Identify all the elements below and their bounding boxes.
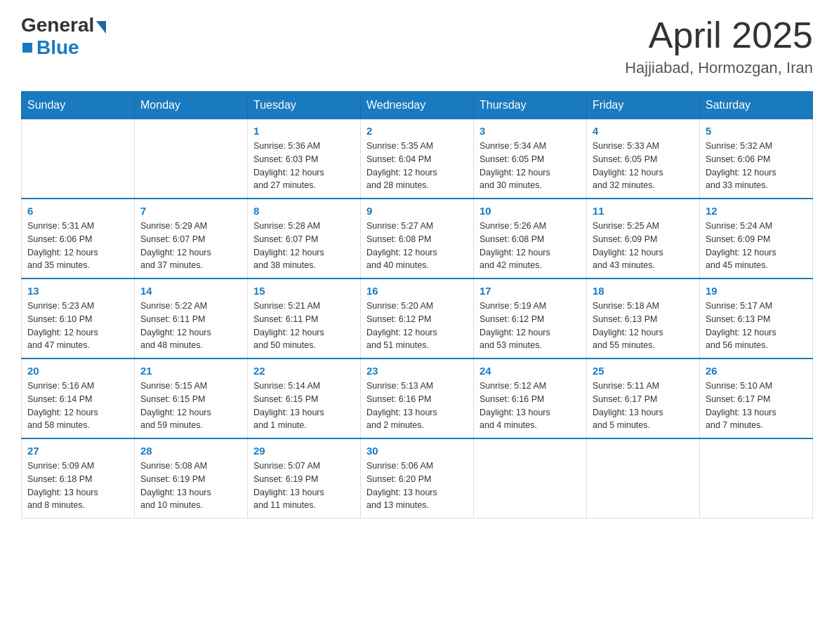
- day-number: 27: [27, 445, 128, 457]
- day-number: 4: [593, 125, 694, 137]
- day-number: 13: [27, 285, 128, 297]
- day-number: 16: [366, 285, 468, 297]
- logo: General Blue: [21, 14, 106, 59]
- day-header-tuesday: Tuesday: [248, 92, 361, 119]
- calendar-cell: 29Sunrise: 5:07 AMSunset: 6:19 PMDayligh…: [248, 438, 361, 518]
- day-info: Sunrise: 5:15 AMSunset: 6:15 PMDaylight:…: [140, 380, 241, 432]
- day-info: Sunrise: 5:27 AMSunset: 6:08 PMDaylight:…: [366, 220, 468, 272]
- day-info: Sunrise: 5:31 AMSunset: 6:06 PMDaylight:…: [27, 220, 128, 272]
- calendar-cell: 26Sunrise: 5:10 AMSunset: 6:17 PMDayligh…: [700, 358, 813, 438]
- day-info: Sunrise: 5:12 AMSunset: 6:16 PMDaylight:…: [479, 380, 581, 432]
- day-number: 19: [706, 285, 807, 297]
- calendar-cell: 11Sunrise: 5:25 AMSunset: 6:09 PMDayligh…: [587, 199, 700, 279]
- day-number: 28: [140, 445, 241, 457]
- location-subtitle: Hajjiabad, Hormozgan, Iran: [625, 59, 813, 77]
- day-info: Sunrise: 5:23 AMSunset: 6:10 PMDaylight:…: [27, 300, 128, 352]
- day-number: 3: [479, 125, 581, 137]
- calendar-cell: 15Sunrise: 5:21 AMSunset: 6:11 PMDayligh…: [248, 279, 361, 358]
- day-number: 6: [27, 205, 128, 217]
- calendar-cell: 6Sunrise: 5:31 AMSunset: 6:06 PMDaylight…: [22, 199, 135, 279]
- calendar-week-row: 6Sunrise: 5:31 AMSunset: 6:06 PMDaylight…: [22, 199, 813, 279]
- calendar-cell: 21Sunrise: 5:15 AMSunset: 6:15 PMDayligh…: [135, 358, 248, 438]
- calendar-week-row: 1Sunrise: 5:36 AMSunset: 6:03 PMDaylight…: [22, 119, 813, 199]
- day-number: 10: [479, 205, 581, 217]
- day-number: 15: [253, 285, 355, 297]
- calendar-cell: [22, 119, 135, 199]
- day-info: Sunrise: 5:20 AMSunset: 6:12 PMDaylight:…: [366, 300, 468, 352]
- calendar-cell: [474, 438, 587, 518]
- day-info: Sunrise: 5:18 AMSunset: 6:13 PMDaylight:…: [593, 300, 694, 352]
- calendar-cell: 20Sunrise: 5:16 AMSunset: 6:14 PMDayligh…: [22, 358, 135, 438]
- day-number: 11: [593, 205, 694, 217]
- calendar-cell: 2Sunrise: 5:35 AMSunset: 6:04 PMDaylight…: [361, 119, 474, 199]
- day-header-thursday: Thursday: [474, 92, 587, 119]
- day-info: Sunrise: 5:13 AMSunset: 6:16 PMDaylight:…: [366, 380, 468, 432]
- day-info: Sunrise: 5:26 AMSunset: 6:08 PMDaylight:…: [479, 220, 581, 272]
- day-number: 23: [366, 365, 468, 377]
- calendar-cell: 28Sunrise: 5:08 AMSunset: 6:19 PMDayligh…: [135, 438, 248, 518]
- calendar-cell: 30Sunrise: 5:06 AMSunset: 6:20 PMDayligh…: [361, 438, 474, 518]
- calendar-cell: [700, 438, 813, 518]
- day-info: Sunrise: 5:25 AMSunset: 6:09 PMDaylight:…: [593, 220, 694, 272]
- calendar-week-row: 13Sunrise: 5:23 AMSunset: 6:10 PMDayligh…: [22, 279, 813, 358]
- day-number: 14: [140, 285, 241, 297]
- day-header-wednesday: Wednesday: [361, 92, 474, 119]
- month-title: April 2025: [625, 14, 813, 56]
- day-info: Sunrise: 5:08 AMSunset: 6:19 PMDaylight:…: [140, 459, 241, 512]
- calendar-cell: 10Sunrise: 5:26 AMSunset: 6:08 PMDayligh…: [474, 199, 587, 279]
- day-number: 5: [706, 125, 807, 137]
- day-info: Sunrise: 5:28 AMSunset: 6:07 PMDaylight:…: [253, 220, 355, 272]
- day-info: Sunrise: 5:09 AMSunset: 6:18 PMDaylight:…: [27, 459, 128, 512]
- day-info: Sunrise: 5:07 AMSunset: 6:19 PMDaylight:…: [253, 459, 355, 512]
- day-number: 21: [140, 365, 241, 377]
- day-number: 26: [706, 365, 807, 377]
- calendar-table: SundayMondayTuesdayWednesdayThursdayFrid…: [21, 91, 813, 518]
- calendar-cell: 23Sunrise: 5:13 AMSunset: 6:16 PMDayligh…: [361, 358, 474, 438]
- day-number: 25: [593, 365, 694, 377]
- calendar-cell: 3Sunrise: 5:34 AMSunset: 6:05 PMDaylight…: [474, 119, 587, 199]
- day-info: Sunrise: 5:11 AMSunset: 6:17 PMDaylight:…: [593, 380, 694, 432]
- day-info: Sunrise: 5:14 AMSunset: 6:15 PMDaylight:…: [253, 380, 355, 432]
- day-info: Sunrise: 5:34 AMSunset: 6:05 PMDaylight:…: [479, 140, 581, 192]
- day-number: 12: [706, 205, 807, 217]
- calendar-week-row: 20Sunrise: 5:16 AMSunset: 6:14 PMDayligh…: [22, 358, 813, 438]
- calendar-cell: 14Sunrise: 5:22 AMSunset: 6:11 PMDayligh…: [135, 279, 248, 358]
- day-header-friday: Friday: [587, 92, 700, 119]
- day-number: 29: [253, 445, 355, 457]
- day-header-saturday: Saturday: [700, 92, 813, 119]
- logo-general-text: General: [21, 14, 94, 36]
- calendar-cell: 25Sunrise: 5:11 AMSunset: 6:17 PMDayligh…: [587, 358, 700, 438]
- day-info: Sunrise: 5:35 AMSunset: 6:04 PMDaylight:…: [366, 140, 468, 192]
- day-info: Sunrise: 5:36 AMSunset: 6:03 PMDaylight:…: [253, 140, 355, 192]
- calendar-cell: 7Sunrise: 5:29 AMSunset: 6:07 PMDaylight…: [135, 199, 248, 279]
- calendar-cell: 9Sunrise: 5:27 AMSunset: 6:08 PMDaylight…: [361, 199, 474, 279]
- day-header-monday: Monday: [135, 92, 248, 119]
- calendar-cell: 8Sunrise: 5:28 AMSunset: 6:07 PMDaylight…: [248, 199, 361, 279]
- calendar-cell: 1Sunrise: 5:36 AMSunset: 6:03 PMDaylight…: [248, 119, 361, 199]
- day-info: Sunrise: 5:16 AMSunset: 6:14 PMDaylight:…: [27, 380, 128, 432]
- title-section: April 2025 Hajjiabad, Hormozgan, Iran: [625, 14, 813, 77]
- calendar-cell: 19Sunrise: 5:17 AMSunset: 6:13 PMDayligh…: [700, 279, 813, 358]
- day-info: Sunrise: 5:06 AMSunset: 6:20 PMDaylight:…: [366, 459, 468, 512]
- day-info: Sunrise: 5:22 AMSunset: 6:11 PMDaylight:…: [140, 300, 241, 352]
- calendar-cell: 22Sunrise: 5:14 AMSunset: 6:15 PMDayligh…: [248, 358, 361, 438]
- day-info: Sunrise: 5:19 AMSunset: 6:12 PMDaylight:…: [479, 300, 581, 352]
- logo-blue-text: Blue: [37, 36, 79, 59]
- day-number: 20: [27, 365, 128, 377]
- calendar-cell: 16Sunrise: 5:20 AMSunset: 6:12 PMDayligh…: [361, 279, 474, 358]
- day-number: 1: [253, 125, 355, 137]
- day-number: 8: [253, 205, 355, 217]
- calendar-cell: 4Sunrise: 5:33 AMSunset: 6:05 PMDaylight…: [587, 119, 700, 199]
- calendar-cell: 27Sunrise: 5:09 AMSunset: 6:18 PMDayligh…: [22, 438, 135, 518]
- day-header-sunday: Sunday: [22, 92, 135, 119]
- calendar-cell: 18Sunrise: 5:18 AMSunset: 6:13 PMDayligh…: [587, 279, 700, 358]
- day-info: Sunrise: 5:29 AMSunset: 6:07 PMDaylight:…: [140, 220, 241, 272]
- day-number: 7: [140, 205, 241, 217]
- calendar-cell: 12Sunrise: 5:24 AMSunset: 6:09 PMDayligh…: [700, 199, 813, 279]
- calendar-cell: [135, 119, 248, 199]
- day-number: 9: [366, 205, 468, 217]
- day-number: 17: [479, 285, 581, 297]
- calendar-cell: 24Sunrise: 5:12 AMSunset: 6:16 PMDayligh…: [474, 358, 587, 438]
- day-info: Sunrise: 5:33 AMSunset: 6:05 PMDaylight:…: [593, 140, 694, 192]
- day-info: Sunrise: 5:24 AMSunset: 6:09 PMDaylight:…: [706, 220, 807, 272]
